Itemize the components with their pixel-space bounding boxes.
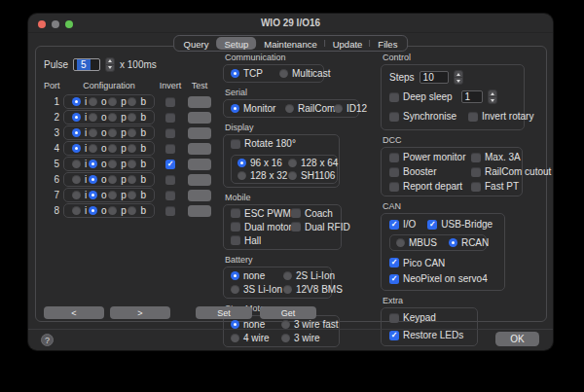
radio-2s-li-ion[interactable]: 2S Li-Ion [283, 270, 343, 281]
minimize-button[interactable] [52, 20, 59, 28]
radio-p[interactable]: p [108, 205, 127, 216]
radio-i[interactable]: i [72, 205, 87, 216]
steps-stepper[interactable] [454, 70, 463, 85]
radio-128x32[interactable]: 128 x 32 [237, 170, 288, 181]
radio-i[interactable]: i [72, 190, 87, 200]
radio-i[interactable]: i [72, 159, 87, 169]
steps-input[interactable]: 10 [420, 71, 449, 84]
test-button[interactable] [188, 190, 211, 201]
radio-b[interactable]: b [128, 174, 146, 185]
radio-o[interactable]: o [89, 112, 107, 123]
radio-i[interactable]: i [72, 143, 87, 154]
invert-checkbox[interactable] [165, 97, 175, 107]
radio-p[interactable]: p [108, 190, 127, 200]
radio-o[interactable]: o [89, 205, 107, 216]
invert-checkbox[interactable] [165, 191, 175, 200]
chevron-down-icon[interactable] [489, 96, 496, 103]
test-button[interactable] [188, 96, 211, 108]
test-button[interactable] [188, 112, 211, 124]
checkbox-hall[interactable]: Hall [231, 235, 291, 246]
radio-b[interactable]: b [128, 143, 146, 154]
radio-id12[interactable]: ID12 [334, 103, 367, 114]
checkbox-dual-rfid[interactable]: Dual RFID [291, 222, 350, 232]
radio-i[interactable]: i [72, 96, 87, 107]
radio-96x16[interactable]: 96 x 16 [237, 158, 288, 168]
radio-b[interactable]: b [128, 159, 146, 169]
deep-sleep-stepper[interactable] [488, 89, 497, 104]
radio-step-none[interactable]: none [231, 319, 281, 330]
invert-checkbox[interactable] [165, 144, 175, 154]
pulse-stepper[interactable] [105, 57, 115, 72]
chevron-down-icon[interactable] [106, 64, 114, 71]
checkbox-max-3a[interactable]: Max. 3A [471, 152, 551, 162]
radio-o[interactable]: o [89, 174, 107, 185]
tab-maintenance[interactable]: Maintenance [256, 37, 324, 50]
checkbox-invert-rotary[interactable]: Invert rotary [468, 111, 533, 122]
radio-railcom[interactable]: RailCom [285, 103, 334, 114]
checkbox-synchronise[interactable]: Synchronise [389, 111, 456, 122]
checkbox-io[interactable]: I/O [389, 219, 416, 230]
ok-button[interactable]: OK [495, 332, 539, 346]
radio-4-wire[interactable]: 4 wire [231, 333, 281, 343]
radio-o[interactable]: o [89, 127, 107, 138]
radio-o[interactable]: o [89, 143, 107, 154]
radio-b[interactable]: b [128, 96, 146, 107]
zoom-button[interactable] [65, 20, 73, 28]
checkbox-keypad[interactable]: Keypad [389, 312, 436, 323]
radio-p[interactable]: p [108, 127, 127, 138]
radio-b[interactable]: b [128, 127, 146, 138]
checkbox-fast-pt[interactable]: Fast PT [471, 181, 551, 192]
invert-checkbox[interactable] [165, 160, 175, 169]
radio-3-wire[interactable]: 3 wire [281, 333, 339, 343]
radio-o[interactable]: o [89, 96, 107, 107]
next-button[interactable]: > [110, 306, 170, 319]
invert-checkbox[interactable] [165, 113, 175, 123]
radio-multicast[interactable]: Multicast [279, 68, 330, 79]
checkbox-esc-pwm[interactable]: ESC PWM [231, 208, 291, 219]
radio-p[interactable]: p [108, 96, 127, 107]
radio-i[interactable]: i [72, 174, 87, 185]
radio-rcan[interactable]: RCAN [449, 237, 489, 248]
radio-b[interactable]: b [128, 112, 146, 123]
pulse-input[interactable]: 5 [73, 58, 100, 71]
radio-p[interactable]: p [108, 112, 127, 123]
radio-3s-li-ion[interactable]: 3S Li-Ion [231, 284, 283, 295]
checkbox-dual-motor[interactable]: Dual motor [231, 222, 291, 232]
tab-update[interactable]: Update [325, 37, 371, 50]
tab-setup[interactable]: Setup [216, 37, 256, 50]
test-button[interactable] [188, 159, 211, 170]
checkbox-restore-leds[interactable]: Restore LEDs [389, 330, 463, 340]
chevron-down-icon[interactable] [455, 77, 462, 84]
radio-i[interactable]: i [72, 112, 87, 123]
invert-checkbox[interactable] [165, 128, 175, 138]
checkbox-pico-can[interactable]: Pico CAN [389, 258, 445, 268]
test-button[interactable] [188, 205, 211, 217]
checkbox-neopixel[interactable]: NeoPixel on servo4 [389, 273, 488, 284]
test-button[interactable] [188, 127, 211, 139]
radio-p[interactable]: p [108, 143, 127, 154]
radio-sh1106[interactable]: SH1106 [288, 170, 338, 181]
invert-checkbox[interactable] [165, 175, 175, 185]
test-button[interactable] [188, 143, 211, 155]
checkbox-booster[interactable]: Booster [389, 166, 471, 177]
checkbox-railcom-cutout[interactable]: RailCom cutout [471, 166, 551, 177]
radio-12v8-bms[interactable]: 12V8 BMS [283, 284, 343, 295]
radio-128x64[interactable]: 128 x 64 [288, 158, 338, 168]
help-button[interactable]: ? [41, 334, 54, 346]
radio-mbus[interactable]: MBUS [396, 237, 437, 248]
radio-p[interactable]: p [108, 159, 127, 169]
checkbox-usb-bridge[interactable]: USB-Bridge [427, 219, 493, 230]
radio-monitor[interactable]: Monitor [231, 103, 285, 114]
radio-i[interactable]: i [72, 127, 87, 138]
radio-b[interactable]: b [128, 205, 146, 216]
radio-b[interactable]: b [128, 190, 146, 200]
checkbox-report-depart[interactable]: Report depart [389, 181, 471, 192]
radio-o[interactable]: o [89, 159, 107, 169]
set-button[interactable]: Set [196, 306, 252, 319]
radio-3-wire-fast[interactable]: 3 wire fast [281, 319, 339, 330]
radio-tcp[interactable]: TCP [231, 68, 279, 79]
radio-o[interactable]: o [89, 190, 107, 200]
checkbox-rotate-180[interactable]: Rotate 180° [231, 138, 296, 149]
checkbox-deep-sleep[interactable]: Deep sleep [389, 91, 453, 102]
checkbox-coach[interactable]: Coach [291, 208, 350, 219]
